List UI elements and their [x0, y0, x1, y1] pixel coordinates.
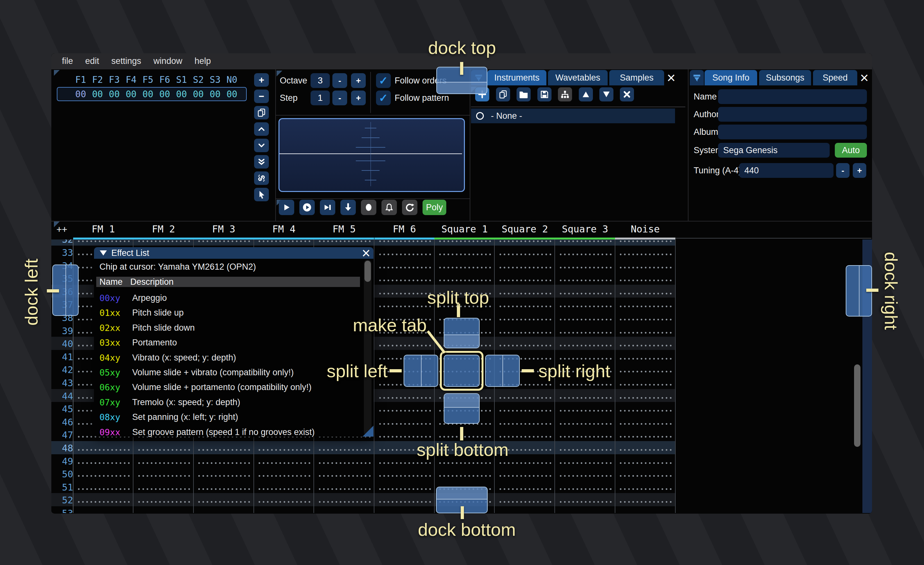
- pattern-cell-empty[interactable]: [618, 370, 672, 373]
- menu-item-file[interactable]: file: [56, 56, 79, 66]
- step-plus-button[interactable]: +: [351, 90, 366, 105]
- follow-orders-checkbox[interactable]: ✓: [376, 73, 391, 88]
- pattern-cell-empty[interactable]: [558, 344, 612, 347]
- pattern-cell-empty[interactable]: [558, 449, 612, 451]
- instruments-tabbar-close[interactable]: ×: [664, 71, 678, 85]
- record-button[interactable]: [361, 200, 376, 215]
- order-column-header-F4[interactable]: F4: [123, 75, 140, 85]
- order-cell[interactable]: 00: [106, 89, 123, 99]
- order-column-header-S2[interactable]: S2: [190, 75, 207, 85]
- pattern-cell-empty[interactable]: [196, 449, 251, 451]
- pattern-cell-empty[interactable]: [618, 279, 672, 281]
- effect-row[interactable]: 06xyVolume slide + portamento (compatibi…: [94, 380, 374, 395]
- add-instrument-button[interactable]: [475, 87, 489, 101]
- pattern-cell-empty[interactable]: [377, 462, 432, 464]
- pattern-cell-empty[interactable]: [618, 293, 672, 295]
- channel-header-noise[interactable]: Noise: [615, 224, 675, 234]
- pattern-cell-empty[interactable]: [377, 240, 432, 242]
- tab-speed[interactable]: Speed: [813, 70, 857, 86]
- pattern-cell-empty[interactable]: [618, 475, 672, 477]
- pattern-cell-empty[interactable]: [377, 344, 432, 347]
- effect-list-close[interactable]: ×: [359, 246, 373, 260]
- order-column-header-F6[interactable]: F6: [156, 75, 173, 85]
- pattern-cell-empty[interactable]: [498, 279, 552, 281]
- pattern-cell-empty[interactable]: [618, 423, 672, 425]
- pattern-cell-empty[interactable]: [558, 410, 612, 412]
- effect-list-scrollbar-track[interactable]: [364, 260, 372, 435]
- pattern-cell-empty[interactable]: [377, 279, 432, 281]
- order-cell[interactable]: 00: [140, 89, 156, 99]
- pattern-cell-empty[interactable]: [437, 501, 492, 503]
- pattern-cell-empty[interactable]: [377, 423, 432, 425]
- order-cell[interactable]: 00: [190, 89, 207, 99]
- pattern-cell-empty[interactable]: [437, 370, 492, 373]
- pattern-cell-empty[interactable]: [377, 449, 432, 451]
- pattern-cell-empty[interactable]: [437, 279, 492, 281]
- pattern-cell-empty[interactable]: [196, 501, 251, 503]
- pattern-cell-empty[interactable]: [618, 332, 672, 334]
- pattern-cell-empty[interactable]: [498, 370, 552, 373]
- order-cell[interactable]: 00: [224, 89, 240, 99]
- pattern-expand-corner[interactable]: ++: [57, 224, 76, 234]
- pattern-cell-empty[interactable]: [618, 436, 672, 438]
- pattern-cell-empty[interactable]: [437, 488, 492, 490]
- effect-row[interactable]: 05xyVolume slide + vibrato (compatibilit…: [94, 366, 374, 380]
- pattern-cell-empty[interactable]: [196, 462, 251, 464]
- pattern-cell-empty[interactable]: [256, 462, 311, 464]
- pattern-cell-empty[interactable]: [377, 475, 432, 477]
- channel-header-fm-5[interactable]: FM 5: [314, 224, 374, 234]
- pattern-cell-empty[interactable]: [618, 462, 672, 464]
- pattern-cell-empty[interactable]: [196, 475, 251, 477]
- order-cell[interactable]: 00: [173, 89, 190, 99]
- tab-song-info[interactable]: Song Info: [705, 70, 757, 86]
- pattern-cell-empty[interactable]: [558, 293, 612, 295]
- pattern-cell-empty[interactable]: [558, 370, 612, 373]
- window-scrollbar-track[interactable]: [862, 239, 872, 513]
- step-value[interactable]: 1: [310, 90, 330, 105]
- song-info-tabbar-close[interactable]: ×: [857, 71, 872, 85]
- pattern-cell-empty[interactable]: [498, 384, 552, 386]
- follow-pattern-checkbox[interactable]: ✓: [376, 90, 391, 105]
- deep-clone-order-button[interactable]: [254, 171, 269, 185]
- effect-list-window[interactable]: Effect List×Chip at cursor: Yamaha YM261…: [94, 247, 374, 437]
- resize-grip-icon[interactable]: [363, 426, 374, 437]
- pattern-cell-empty[interactable]: [317, 488, 372, 490]
- pattern-cell-empty[interactable]: [377, 397, 432, 399]
- order-cell[interactable]: 00: [207, 89, 223, 99]
- effect-row[interactable]: 03xxPortamento: [94, 336, 374, 350]
- pattern-cell-empty[interactable]: [558, 266, 612, 269]
- pattern-cell-empty[interactable]: [196, 240, 251, 242]
- channel-header-fm-1[interactable]: FM 1: [73, 224, 134, 234]
- save-instrument-button[interactable]: [537, 87, 552, 101]
- pattern-cell-empty[interactable]: [377, 253, 432, 255]
- pattern-cell-empty[interactable]: [256, 488, 311, 490]
- pattern-cell-empty[interactable]: [76, 488, 130, 490]
- pattern-cell-empty[interactable]: [76, 449, 130, 451]
- channel-header-square-3[interactable]: Square 3: [555, 224, 615, 234]
- order-column-header-F3[interactable]: F3: [106, 75, 123, 85]
- channel-header-fm-4[interactable]: FM 4: [254, 224, 314, 234]
- duplicate-instrument-button[interactable]: [496, 87, 510, 101]
- pattern-cell-empty[interactable]: [498, 293, 552, 295]
- effect-row[interactable]: 02xxPitch slide down: [94, 321, 374, 336]
- play-button[interactable]: [279, 200, 294, 215]
- pattern-cell-empty[interactable]: [256, 240, 311, 242]
- tab-wavetables[interactable]: Wavetables: [548, 70, 608, 86]
- pattern-cell-empty[interactable]: [317, 240, 372, 242]
- pattern-cell-empty[interactable]: [618, 501, 672, 503]
- channel-header-fm-2[interactable]: FM 2: [134, 224, 194, 234]
- pattern-cell-empty[interactable]: [618, 488, 672, 490]
- pattern-cell-empty[interactable]: [558, 397, 612, 399]
- author-input[interactable]: [718, 107, 867, 122]
- pattern-cell-empty[interactable]: [437, 384, 492, 386]
- order-column-header-N0[interactable]: N0: [224, 75, 240, 85]
- pattern-cell-empty[interactable]: [618, 253, 672, 255]
- duplicate-order-button[interactable]: [254, 106, 269, 119]
- pattern-cell-empty[interactable]: [558, 488, 612, 490]
- pattern-cell-empty[interactable]: [377, 332, 432, 334]
- pattern-cell-empty[interactable]: [76, 462, 130, 464]
- effect-row[interactable]: 07xyTremolo (x: speed; y: depth): [94, 395, 374, 410]
- order-column-header-F2[interactable]: F2: [89, 75, 106, 85]
- auto-system-button[interactable]: Auto: [835, 143, 867, 158]
- pattern-cell-empty[interactable]: [437, 410, 492, 412]
